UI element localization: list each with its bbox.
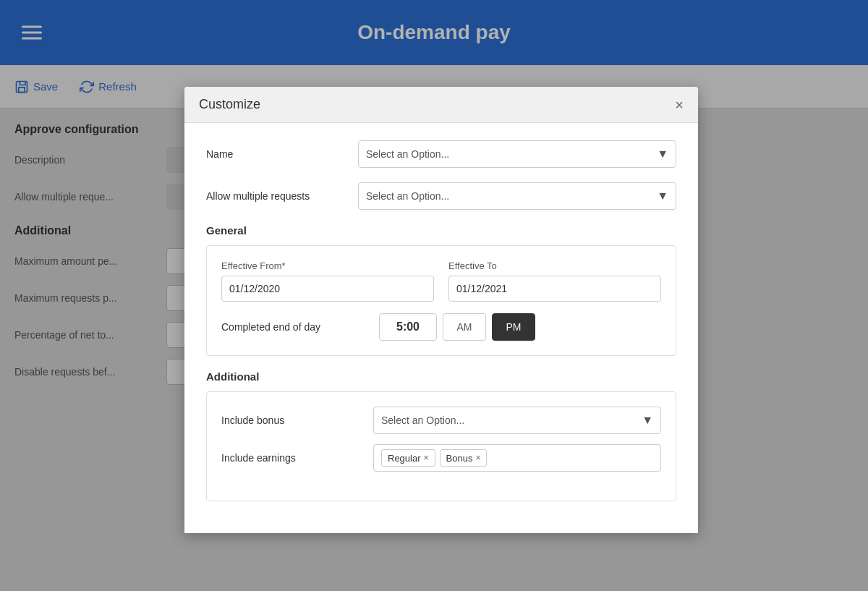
additional-card: Include bonus Select an Option... ▼ Incl… xyxy=(206,391,676,501)
include-bonus-select-text: Select an Option... xyxy=(381,414,464,426)
allow-multiple-select-arrow: ▼ xyxy=(657,190,668,203)
modal-body: Name Select an Option... ▼ Allow multipl… xyxy=(184,123,698,533)
name-control: Select an Option... ▼ xyxy=(358,140,676,168)
am-button[interactable]: AM xyxy=(443,313,486,341)
effective-from-label: Effective From* xyxy=(221,260,434,271)
name-select-arrow: ▼ xyxy=(657,148,668,161)
tag-bonus-text: Bonus xyxy=(446,453,473,464)
modal-title: Customize xyxy=(199,97,260,112)
name-row: Name Select an Option... ▼ xyxy=(206,140,676,168)
name-select[interactable]: Select an Option... ▼ xyxy=(358,140,676,168)
include-earnings-control: Regular × Bonus × xyxy=(373,444,661,472)
general-card: Effective From* Effective To Completed e… xyxy=(206,245,676,356)
effective-from-group: Effective From* xyxy=(221,260,434,302)
modal-close-button[interactable]: × xyxy=(675,98,684,112)
additional-section-title: Additional xyxy=(206,370,676,383)
time-row: Completed end of day AM PM xyxy=(221,313,661,341)
include-bonus-select-arrow: ▼ xyxy=(642,414,653,427)
additional-section: Additional Include bonus Select an Optio… xyxy=(206,370,676,501)
name-select-text: Select an Option... xyxy=(366,148,449,160)
effective-to-group: Effective To xyxy=(448,260,661,302)
name-label: Name xyxy=(206,148,358,160)
general-section: General Effective From* Effective To Com… xyxy=(206,224,676,356)
effective-to-input[interactable] xyxy=(448,276,661,302)
effective-to-label: Effective To xyxy=(448,260,661,271)
modal-header: Customize × xyxy=(184,87,698,123)
effective-from-input[interactable] xyxy=(221,276,434,302)
tag-bonus: Bonus × xyxy=(440,449,488,467)
allow-multiple-select[interactable]: Select an Option... ▼ xyxy=(358,182,676,210)
customize-modal: Customize × Name Select an Option... ▼ A… xyxy=(184,87,698,533)
include-bonus-row: Include bonus Select an Option... ▼ xyxy=(221,407,661,434)
date-row: Effective From* Effective To xyxy=(221,260,661,302)
general-section-title: General xyxy=(206,224,676,237)
allow-multiple-row: Allow multiple requests Select an Option… xyxy=(206,182,676,210)
allow-multiple-control: Select an Option... ▼ xyxy=(358,182,676,210)
completed-end-label: Completed end of day xyxy=(221,321,373,333)
include-earnings-row: Include earnings Regular × Bonus × xyxy=(221,444,661,472)
allow-multiple-select-text: Select an Option... xyxy=(366,190,449,202)
tag-bonus-close[interactable]: × xyxy=(475,453,480,463)
include-bonus-control: Select an Option... ▼ xyxy=(373,407,661,434)
tag-regular-close[interactable]: × xyxy=(424,453,429,463)
tags-container: Regular × Bonus × xyxy=(373,444,661,472)
allow-multiple-label: Allow multiple requests xyxy=(206,190,358,202)
time-input[interactable] xyxy=(379,313,437,341)
pm-button[interactable]: PM xyxy=(492,313,535,341)
tag-regular: Regular × xyxy=(381,449,435,467)
tag-regular-text: Regular xyxy=(388,453,421,464)
include-earnings-label: Include earnings xyxy=(221,452,373,464)
include-bonus-select[interactable]: Select an Option... ▼ xyxy=(373,407,661,434)
include-bonus-label: Include bonus xyxy=(221,414,373,426)
